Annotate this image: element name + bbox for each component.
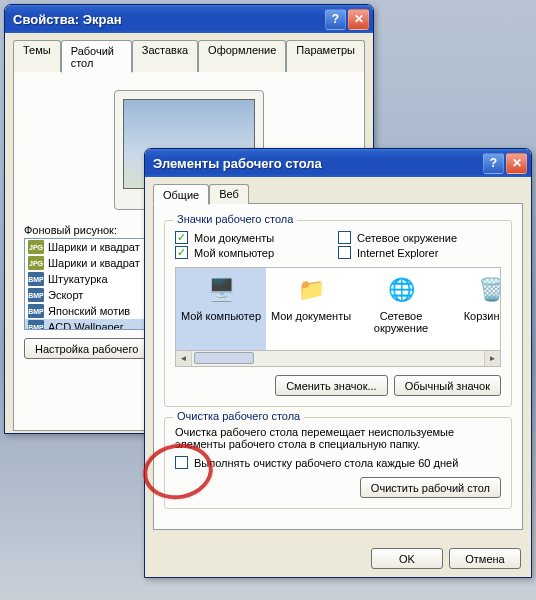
window-title: Элементы рабочего стола bbox=[153, 156, 481, 171]
cancel-button[interactable]: Отмена bbox=[449, 548, 521, 569]
desktop-icon-item[interactable]: 🗑️Корзина (п bbox=[446, 268, 501, 350]
check-label: Сетевое окружение bbox=[357, 232, 457, 244]
clean-desktop-now-button[interactable]: Очистить рабочий стол bbox=[360, 477, 501, 498]
window-body: Общие Веб Значки рабочего стола ✓ Мои до… bbox=[145, 177, 531, 540]
desktop-icon-label: Мой компьютер bbox=[181, 310, 261, 322]
titlebar: Элементы рабочего стола ? ✕ bbox=[145, 149, 531, 177]
close-icon: ✕ bbox=[512, 156, 522, 170]
close-button[interactable]: ✕ bbox=[506, 153, 527, 174]
list-item-label: Шарики и квадрат bbox=[48, 257, 140, 269]
desktop-icon-label: Сетевое окружение bbox=[358, 310, 444, 334]
tab-panel-general: Значки рабочего стола ✓ Мои документы ✓ … bbox=[153, 203, 523, 530]
customize-desktop-button[interactable]: Настройка рабочего bbox=[24, 338, 149, 359]
desktop-icon: 📁 bbox=[295, 274, 327, 306]
desktop-icon: 🖥️ bbox=[205, 274, 237, 306]
checkbox-icon: ✓ bbox=[175, 231, 188, 244]
scroll-thumb[interactable] bbox=[194, 352, 254, 364]
desktop-cleanup-group: Очистка рабочего стола Очистка рабочего … bbox=[164, 417, 512, 509]
dialog-buttons: OK Отмена bbox=[145, 540, 531, 577]
check-run-cleanup-60-days[interactable]: Выполнять очистку рабочего стола каждые … bbox=[175, 456, 501, 469]
close-button[interactable]: ✕ bbox=[348, 9, 369, 30]
desktop-icon-item[interactable]: 🌐Сетевое окружение bbox=[356, 268, 446, 350]
scroll-track[interactable] bbox=[192, 351, 484, 366]
bmp-file-icon: BMP bbox=[28, 304, 44, 318]
checkbox-icon bbox=[338, 246, 351, 259]
jpg-file-icon: JPG bbox=[28, 256, 44, 270]
icon-strip-scrollbar[interactable]: ◄ ► bbox=[175, 351, 501, 367]
check-label: Internet Explorer bbox=[357, 247, 438, 259]
cleanup-description: Очистка рабочего стола перемещает неиспо… bbox=[175, 426, 501, 450]
group-legend: Значки рабочего стола bbox=[173, 213, 297, 225]
tabs: Общие Веб bbox=[153, 184, 523, 204]
icon-strip[interactable]: 🖥️Мой компьютер📁Мои документы🌐Сетевое ок… bbox=[175, 267, 501, 351]
tab-themes[interactable]: Темы bbox=[13, 40, 61, 72]
help-button[interactable]: ? bbox=[325, 9, 346, 30]
tabs: Темы Рабочий стол Заставка Оформление Па… bbox=[13, 40, 365, 72]
ok-button[interactable]: OK bbox=[371, 548, 443, 569]
checkbox-icon bbox=[175, 456, 188, 469]
check-network-places[interactable]: Сетевое окружение bbox=[338, 231, 501, 244]
checkbox-icon bbox=[338, 231, 351, 244]
titlebar: Свойства: Экран ? ✕ bbox=[5, 5, 373, 33]
check-my-computer[interactable]: ✓ Мой компьютер bbox=[175, 246, 338, 259]
desktop-icon-label: Корзина (п bbox=[464, 310, 501, 322]
group-legend: Очистка рабочего стола bbox=[173, 410, 304, 422]
scroll-right-button[interactable]: ► bbox=[484, 351, 500, 366]
check-my-documents[interactable]: ✓ Мои документы bbox=[175, 231, 338, 244]
tab-screensaver[interactable]: Заставка bbox=[132, 40, 198, 72]
arrow-left-icon: ◄ bbox=[180, 354, 188, 363]
check-label: Выполнять очистку рабочего стола каждые … bbox=[194, 457, 458, 469]
checkbox-icon: ✓ bbox=[175, 246, 188, 259]
desktop-items-window: Элементы рабочего стола ? ✕ Общие Веб Зн… bbox=[144, 148, 532, 578]
jpg-file-icon: JPG bbox=[28, 240, 44, 254]
help-icon: ? bbox=[490, 156, 497, 170]
bmp-file-icon: BMP bbox=[28, 320, 44, 330]
change-icon-button[interactable]: Сменить значок... bbox=[275, 375, 388, 396]
list-item-label: ACD Wallpaper bbox=[48, 321, 123, 330]
tab-desktop[interactable]: Рабочий стол bbox=[61, 40, 132, 73]
help-button[interactable]: ? bbox=[483, 153, 504, 174]
desktop-icon-label: Мои документы bbox=[271, 310, 351, 322]
tab-settings[interactable]: Параметры bbox=[286, 40, 365, 72]
bmp-file-icon: BMP bbox=[28, 288, 44, 302]
help-icon: ? bbox=[332, 12, 339, 26]
list-item-label: Эскорт bbox=[48, 289, 83, 301]
default-icon-button[interactable]: Обычный значок bbox=[394, 375, 501, 396]
tab-general[interactable]: Общие bbox=[153, 184, 209, 205]
checkbox-grid: ✓ Мои документы ✓ Мой компьютер Сетевое … bbox=[175, 229, 501, 261]
arrow-right-icon: ► bbox=[489, 354, 497, 363]
bmp-file-icon: BMP bbox=[28, 272, 44, 286]
desktop-icon-item[interactable]: 📁Мои документы bbox=[266, 268, 356, 350]
tab-web[interactable]: Веб bbox=[209, 184, 249, 204]
list-item-label: Штукатурка bbox=[48, 273, 108, 285]
tab-appearance[interactable]: Оформление bbox=[198, 40, 286, 72]
scroll-left-button[interactable]: ◄ bbox=[176, 351, 192, 366]
list-item-label: Японский мотив bbox=[48, 305, 130, 317]
check-internet-explorer[interactable]: Internet Explorer bbox=[338, 246, 501, 259]
close-icon: ✕ bbox=[354, 12, 364, 26]
desktop-icons-group: Значки рабочего стола ✓ Мои документы ✓ … bbox=[164, 220, 512, 407]
check-label: Мой компьютер bbox=[194, 247, 274, 259]
window-title: Свойства: Экран bbox=[13, 12, 323, 27]
desktop-icon: 🌐 bbox=[385, 274, 417, 306]
desktop-icon-item[interactable]: 🖥️Мой компьютер bbox=[176, 268, 266, 350]
list-item-label: Шарики и квадрат bbox=[48, 241, 140, 253]
check-label: Мои документы bbox=[194, 232, 274, 244]
desktop-icon: 🗑️ bbox=[475, 274, 501, 306]
